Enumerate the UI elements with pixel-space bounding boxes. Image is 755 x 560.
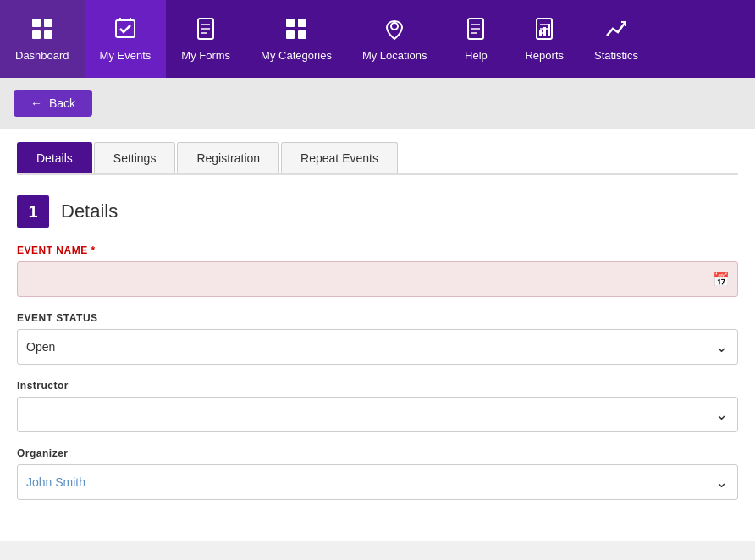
- my-categories-icon: [284, 17, 308, 44]
- instructor-label: Instructor: [17, 380, 738, 392]
- svg-rect-0: [32, 19, 41, 27]
- back-bar: ← Back: [0, 78, 755, 129]
- instructor-select-wrapper: ⌄: [17, 397, 738, 432]
- organizer-label: Organizer: [17, 447, 738, 459]
- reports-icon: [532, 17, 556, 44]
- nav-my-categories[interactable]: My Categories: [245, 0, 347, 78]
- event-name-label: EVENT NAME *: [17, 244, 738, 256]
- nav-help-label: Help: [465, 49, 488, 62]
- nav-my-locations-label: My Locations: [362, 49, 427, 62]
- tab-repeat-events[interactable]: Repeat Events: [281, 142, 398, 173]
- my-forms-icon: [194, 17, 218, 44]
- nav-statistics[interactable]: Statistics: [579, 0, 653, 78]
- back-button-label: Back: [49, 96, 75, 110]
- svg-rect-3: [44, 30, 52, 39]
- help-icon: [464, 17, 488, 44]
- section-header: 1 Details: [17, 195, 738, 228]
- svg-rect-14: [298, 30, 306, 39]
- nav-my-events[interactable]: My Events: [85, 0, 167, 78]
- statistics-icon: [604, 17, 628, 44]
- tabs-container: Details Settings Registration Repeat Eve…: [17, 129, 738, 175]
- nav-statistics-label: Statistics: [594, 49, 638, 62]
- event-name-input-wrapper: 📅: [17, 261, 738, 297]
- back-button[interactable]: ← Back: [14, 90, 92, 117]
- nav-my-categories-label: My Categories: [261, 49, 332, 62]
- nav-my-locations[interactable]: My Locations: [347, 0, 443, 78]
- svg-rect-25: [543, 27, 546, 36]
- main-content: Details Settings Registration Repeat Eve…: [0, 129, 755, 541]
- nav-dashboard[interactable]: Dashboard: [0, 0, 85, 78]
- section-number: 1: [17, 195, 49, 228]
- my-locations-icon: [383, 17, 406, 44]
- organizer-select[interactable]: John Smith Other: [17, 464, 738, 500]
- svg-rect-4: [116, 20, 135, 37]
- tab-settings[interactable]: Settings: [94, 142, 176, 173]
- svg-rect-24: [539, 30, 542, 36]
- dashboard-icon: [30, 17, 54, 44]
- section-title: Details: [61, 200, 118, 222]
- organizer-select-wrapper: John Smith Other ⌄: [17, 464, 738, 500]
- svg-rect-11: [286, 19, 295, 27]
- svg-point-15: [391, 23, 398, 30]
- nav-my-forms-label: My Forms: [181, 49, 230, 62]
- event-status-label: EVENT STATUS: [17, 312, 738, 324]
- organizer-group: Organizer John Smith Other ⌄: [17, 447, 738, 500]
- nav-help[interactable]: Help: [442, 0, 510, 78]
- nav-reports[interactable]: Reports: [510, 0, 579, 78]
- event-status-select[interactable]: Open Closed Draft Cancelled: [17, 329, 738, 365]
- instructor-select[interactable]: [17, 397, 738, 432]
- event-name-group: EVENT NAME * 📅: [17, 244, 738, 297]
- my-events-icon: [113, 17, 137, 44]
- nav-my-forms[interactable]: My Forms: [166, 0, 245, 78]
- nav-dashboard-label: Dashboard: [15, 49, 69, 62]
- svg-rect-2: [32, 30, 41, 39]
- back-arrow-icon: ←: [30, 96, 42, 110]
- svg-rect-1: [44, 19, 52, 27]
- nav-my-events-label: My Events: [100, 49, 152, 62]
- calendar-icon: 📅: [713, 272, 730, 288]
- tab-registration[interactable]: Registration: [177, 142, 279, 173]
- event-status-select-wrapper: Open Closed Draft Cancelled ⌄: [17, 329, 738, 365]
- nav-reports-label: Reports: [525, 49, 564, 62]
- svg-rect-26: [548, 24, 550, 36]
- event-name-input[interactable]: [17, 261, 738, 297]
- svg-rect-13: [286, 30, 295, 39]
- svg-rect-12: [298, 19, 306, 27]
- event-status-group: EVENT STATUS Open Closed Draft Cancelled…: [17, 312, 738, 365]
- tab-details[interactable]: Details: [17, 142, 92, 173]
- instructor-group: Instructor ⌄: [17, 380, 738, 432]
- top-nav: Dashboard My Events: [0, 0, 755, 78]
